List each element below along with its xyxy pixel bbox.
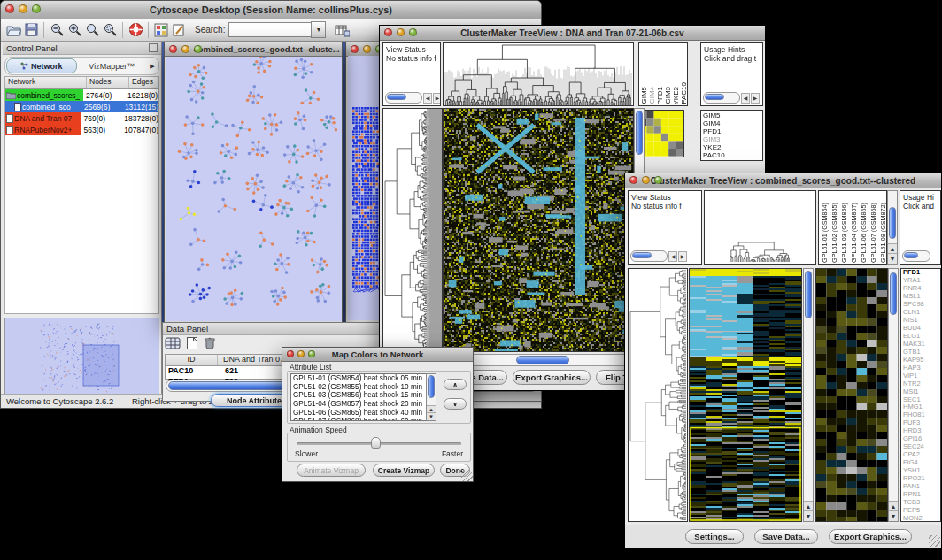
global-vscrollbar[interactable]: ▲ ▼ [803,268,814,522]
float-panel-icon[interactable] [149,43,158,52]
animate-vizmap-button[interactable]: Animate Vizmap [297,464,366,477]
usage-scrollbar[interactable]: ◀▶ [703,92,760,104]
resize-grip[interactable] [461,470,473,481]
close-button[interactable] [351,45,359,53]
zoom-in-icon[interactable] [66,21,83,39]
attribute-item-4[interactable]: GPL51-06 (GSM865) heat shock 40 min [291,409,426,418]
network-row-combined-scores[interactable]: combined_scores_ 2764(0) 16218(0) [5,89,158,101]
network-row-combined-sco-selected[interactable]: combined_sco 2569(6) 13112(15) [5,101,158,112]
attribute-item-3[interactable]: GPL51-04 (GSM857) heat shock 20 min [291,400,426,409]
tab-vizmapper[interactable]: VizMapper™ [78,62,147,71]
attribute-item-2[interactable]: GPL51-03 (GSM856) heat shock 15 min [291,391,426,400]
experiment-label-4[interactable]: GPL51-06 (GSM865) [859,203,869,263]
gene-dendrogram-canvas[interactable] [383,109,442,351]
zoom-out-icon[interactable] [48,21,66,39]
zoom-col-label-4[interactable]: YKE2 [672,87,680,104]
col-edges[interactable]: Edges [129,77,158,88]
new-document-icon[interactable] [186,336,198,354]
close-button[interactable] [384,28,392,36]
tab-overflow-arrow[interactable]: ▶ [146,63,158,70]
zoom-row-label-3[interactable]: GIM3 [703,135,762,143]
scroll-down-icon[interactable]: ▼ [889,510,898,521]
search-input[interactable] [228,22,311,37]
vizmapper-icon[interactable] [152,21,170,39]
scroll-left-icon[interactable]: ◀ [423,93,432,104]
zoom-row-label-0[interactable]: GIM5 [703,111,762,119]
zoom-button[interactable] [32,4,41,13]
experiment-label-2[interactable]: GPL51-03 (GSM856) [839,203,849,263]
zoom-col-label-3[interactable]: GIM3 [664,87,672,104]
scroll-right-icon[interactable]: ▶ [751,93,760,104]
zoom-col-label-1[interactable]: GIM4 [648,87,656,104]
column-labels-vscrollbar[interactable]: ▲ ▼ [887,190,898,265]
scroll-down-icon[interactable]: ▼ [888,253,897,264]
dense-cluster-canvas[interactable] [352,107,382,293]
attribute-item-5[interactable]: GPL51-07 (GSM868) heat shock 60 min [291,418,426,421]
minimize-button[interactable] [297,350,305,357]
move-down-button[interactable]: ∨ [444,398,467,410]
zoom-col-label-5[interactable]: PAC10 [680,82,688,104]
status-scrollbar[interactable]: ◀▶ [630,250,687,262]
heatmap-panel[interactable] [443,108,634,352]
scroll-left-icon[interactable]: ◀ [668,251,677,262]
annotation-icon[interactable] [170,21,188,39]
minimize-button[interactable] [397,28,405,36]
close-button[interactable] [287,350,294,357]
experiment-label-5[interactable]: GPL51-07 (GSM868) [869,203,878,263]
help-lifering-icon[interactable] [127,21,144,39]
global-heatmap-canvas[interactable] [690,269,801,521]
speed-slider-thumb[interactable] [371,437,381,449]
zoom-matrix-panel[interactable] [638,110,684,157]
import-table-icon[interactable] [333,21,351,39]
gene-dendrogram-canvas[interactable] [629,269,687,521]
scroll-down-icon[interactable]: ▼ [804,510,813,521]
close-button[interactable] [169,45,177,53]
zoom-button[interactable] [654,176,662,184]
usage-scrollbar[interactable] [902,250,930,262]
zoom-button[interactable] [409,28,417,36]
resize-grip[interactable] [929,535,940,547]
scroll-right-icon[interactable]: ▶ [433,93,441,104]
close-button[interactable] [5,4,14,13]
export-graphics-button[interactable]: Export Graphics... [513,370,591,385]
create-vizmap-button[interactable]: Create Vizmap [373,464,435,477]
scroll-right-icon[interactable]: ▶ [678,251,687,262]
minimize-button[interactable] [181,45,189,53]
column-dendrogram-canvas[interactable] [705,191,815,264]
zoom-col-label-0[interactable]: GIM5 [640,87,648,104]
zoom-button[interactable] [308,350,315,357]
experiment-label-6[interactable]: GPL51-08 (GSM872) [878,203,887,263]
zoom-heatmap-panel[interactable] [815,268,888,522]
trash-icon[interactable] [204,336,216,354]
save-icon[interactable] [22,21,40,39]
zoom-button[interactable] [194,45,202,53]
status-scrollbar[interactable]: ◀▶ [385,92,441,104]
network-overview-canvas[interactable] [5,318,159,395]
zoom-row-label-4[interactable]: YKE2 [703,143,762,151]
column-dendrogram-panel[interactable] [443,42,634,106]
close-button[interactable] [629,176,637,184]
id-column[interactable]: ID [166,355,218,365]
attribute-list-scrollbar[interactable]: ▲ ▼ [426,373,436,421]
column-dendrogram-canvas[interactable] [444,43,633,105]
heatmap-canvas[interactable] [444,109,633,351]
zoom-vscrollbar[interactable]: ▲ ▼ [888,268,899,522]
move-up-button[interactable]: ∧ [444,379,467,390]
experiment-label-0[interactable]: GPL51-01 (GSM854) [820,203,830,263]
gene-dendrogram-panel[interactable] [628,268,688,522]
table-grid-icon[interactable] [165,336,181,354]
minimize-button[interactable] [642,176,650,184]
zoom-row-label-5[interactable]: PAC10 [703,151,762,159]
attribute-item-1[interactable]: GPL51-02 (GSM855) heat shock 10 min [291,383,426,392]
zoom-selected-icon[interactable] [101,21,119,39]
network-row-rnapubernov2[interactable]: RNAPuberNov2+ 563(0) 107847(0) [5,124,158,135]
zoom-heatmap-canvas[interactable] [816,269,887,521]
save-data-button[interactable]: Save Data... [754,529,818,544]
col-network[interactable]: Network [5,77,87,88]
zoom-row-label-1[interactable]: GIM4 [703,119,762,127]
zoom-row-label-2[interactable]: PFD1 [703,127,762,135]
network-row-dna-tran[interactable]: DNA and Tran 07 769(0) 183728(0) [5,112,158,124]
minimize-button[interactable] [363,45,371,53]
main-titlebar[interactable]: Cytoscape Desktop (Session Name: collins… [1,1,541,19]
minimize-button[interactable] [19,4,27,13]
